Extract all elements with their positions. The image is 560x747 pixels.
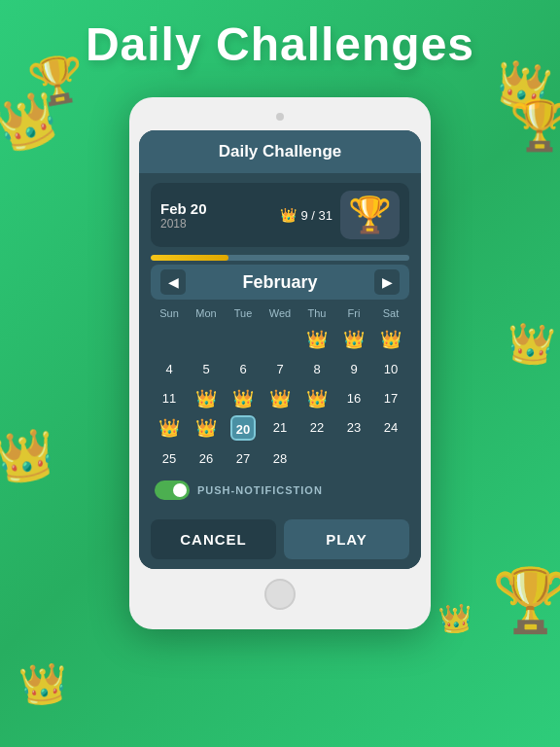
- calendar-cell[interactable]: 27: [225, 443, 262, 475]
- cancel-button[interactable]: CANCEL: [151, 519, 276, 559]
- col-tue: Tue: [225, 305, 262, 323]
- deco-crown-top-left: 👑: [0, 84, 66, 161]
- calendar-cell: [225, 323, 262, 355]
- crown-icon: 👑: [372, 329, 409, 350]
- info-date-year: 2018: [160, 217, 272, 231]
- calendar-day[interactable]: 16: [341, 386, 367, 411]
- col-sun: Sun: [151, 305, 188, 323]
- crown-icon: 👑: [188, 417, 225, 439]
- calendar-day[interactable]: 24: [378, 415, 403, 441]
- calendar-cell: [151, 323, 188, 355]
- deco-crown-bottom-bottom: 👑: [18, 659, 70, 709]
- calendar-row-4: 25262728: [151, 443, 409, 475]
- calendar-day[interactable]: 10: [378, 357, 403, 382]
- calendar-cell: [335, 443, 372, 475]
- calendar-cell[interactable]: 👑: [335, 323, 372, 355]
- calendar-day[interactable]: 21: [267, 415, 293, 441]
- calendar-day[interactable]: 5: [193, 357, 219, 382]
- calendar-row-3: 👑👑2021222324: [151, 413, 409, 443]
- calendar-cell[interactable]: 11: [151, 384, 188, 413]
- calendar-day[interactable]: 22: [304, 415, 330, 441]
- prev-month-button[interactable]: ◀: [160, 269, 186, 295]
- calendar-cell[interactable]: 28: [262, 443, 298, 475]
- calendar-cell[interactable]: 👑: [225, 384, 262, 413]
- info-score: 9 / 31: [300, 208, 332, 223]
- crown-icon: 👑: [262, 388, 298, 409]
- col-mon: Mon: [188, 305, 225, 323]
- calendar-cell[interactable]: 23: [335, 413, 372, 443]
- calendar-nav: ◀ February ▶: [151, 265, 409, 300]
- calendar-day: [193, 325, 219, 350]
- calendar-cell[interactable]: 👑: [188, 384, 225, 413]
- calendar-cell[interactable]: 22: [298, 413, 335, 443]
- score-crown-icon: 👑: [280, 207, 297, 223]
- info-date: Feb 20 2018: [160, 200, 272, 231]
- calendar-cell: [262, 323, 298, 355]
- crown-icon: 👑: [225, 388, 262, 409]
- calendar-day: [230, 325, 256, 350]
- calendar-cell[interactable]: 17: [372, 384, 409, 413]
- calendar-day[interactable]: 11: [157, 386, 182, 411]
- dialog-header: Daily Challenge: [139, 130, 421, 173]
- calendar-day: [157, 325, 182, 350]
- play-button[interactable]: PLAY: [284, 519, 409, 559]
- calendar-month: February: [242, 272, 317, 293]
- dialog-buttons: CANCEL PLAY: [139, 514, 421, 569]
- col-wed: Wed: [262, 305, 298, 323]
- calendar-cell[interactable]: 24: [372, 413, 409, 443]
- calendar-cell[interactable]: 7: [262, 355, 298, 384]
- calendar-cell[interactable]: 5: [188, 355, 225, 384]
- calendar-cell[interactable]: 26: [188, 443, 225, 475]
- calendar-cell[interactable]: 👑: [188, 413, 225, 443]
- calendar-day[interactable]: 26: [193, 446, 219, 472]
- crown-icon: 👑: [335, 329, 372, 350]
- calendar-cell[interactable]: 8: [298, 355, 335, 384]
- calendar-day[interactable]: 4: [157, 357, 182, 382]
- calendar-cell[interactable]: 20: [225, 413, 262, 443]
- calendar-cell[interactable]: 👑: [151, 413, 188, 443]
- calendar-cell[interactable]: 👑: [262, 384, 298, 413]
- calendar-day[interactable]: 7: [267, 357, 293, 382]
- calendar-day: [267, 325, 293, 350]
- calendar-header-row: Sun Mon Tue Wed Thu Fri Sat: [151, 305, 409, 323]
- calendar-cell[interactable]: 16: [335, 384, 372, 413]
- calendar-cell[interactable]: 25: [151, 443, 188, 475]
- calendar-day[interactable]: 9: [341, 357, 367, 382]
- notification-label: PUSH-NOTIFICSTION: [197, 484, 323, 496]
- dialog-body: Feb 20 2018 👑 9 / 31 🏆 ◀ February ▶: [139, 173, 421, 514]
- calendar-cell[interactable]: 4: [151, 355, 188, 384]
- push-notification-toggle[interactable]: [155, 480, 190, 500]
- calendar-day: [304, 445, 330, 470]
- tablet: Daily Challenge Feb 20 2018 👑 9 / 31 🏆: [129, 97, 431, 629]
- calendar-cell[interactable]: 9: [335, 355, 372, 384]
- calendar-day[interactable]: 28: [267, 446, 293, 472]
- calendar-cell[interactable]: 21: [262, 413, 298, 443]
- calendar-cell[interactable]: 👑: [372, 323, 409, 355]
- calendar-cell: [372, 443, 409, 475]
- col-sat: Sat: [372, 305, 409, 323]
- highlighted-day[interactable]: 20: [230, 415, 256, 441]
- info-date-main: Feb 20: [160, 200, 272, 217]
- calendar-cell: [188, 323, 225, 355]
- tablet-camera: [276, 113, 284, 121]
- daily-challenge-dialog: Daily Challenge Feb 20 2018 👑 9 / 31 🏆: [139, 130, 421, 569]
- calendar-day[interactable]: 8: [304, 357, 330, 382]
- calendar-row-2: 11👑👑👑👑1617: [151, 384, 409, 413]
- calendar-cell: [298, 443, 335, 475]
- calendar-day[interactable]: 6: [230, 357, 256, 382]
- page-title: Daily Challenges: [0, 18, 560, 71]
- calendar-day[interactable]: 25: [157, 446, 182, 472]
- info-row: Feb 20 2018 👑 9 / 31 🏆: [151, 183, 409, 247]
- calendar-day[interactable]: 23: [341, 415, 367, 441]
- crown-icon: 👑: [188, 388, 225, 409]
- calendar-day[interactable]: 17: [378, 386, 403, 411]
- calendar-day[interactable]: 27: [230, 446, 256, 472]
- calendar-cell[interactable]: 👑: [298, 323, 335, 355]
- tablet-home-button[interactable]: [264, 579, 296, 610]
- calendar-grid: Sun Mon Tue Wed Thu Fri Sat 👑👑👑456789101…: [151, 305, 409, 475]
- calendar-cell[interactable]: 👑: [298, 384, 335, 413]
- calendar-cell[interactable]: 6: [225, 355, 262, 384]
- calendar-cell[interactable]: 10: [372, 355, 409, 384]
- next-month-button[interactable]: ▶: [374, 269, 400, 295]
- col-thu: Thu: [298, 305, 335, 323]
